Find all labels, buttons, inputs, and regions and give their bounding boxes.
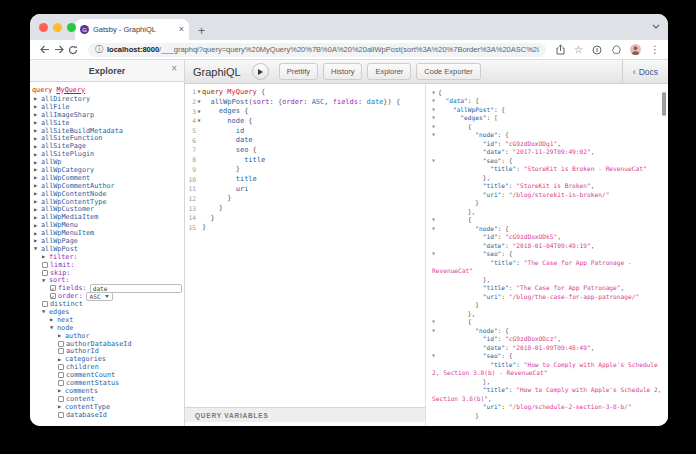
expand-icon[interactable]: ▶ bbox=[58, 388, 65, 393]
explorer-item-allWpContentType[interactable]: ▶allWpContentType bbox=[32, 198, 184, 206]
explorer-item-authorDatabaseId[interactable]: authorDatabaseId bbox=[32, 340, 184, 348]
profile-avatar[interactable] bbox=[630, 44, 641, 55]
explorer-item-distinct[interactable]: distinct bbox=[32, 300, 184, 308]
expand-icon[interactable]: ▶ bbox=[34, 238, 41, 243]
execute-query-button[interactable] bbox=[252, 63, 269, 80]
bookmark-star-icon[interactable]: ☆ bbox=[574, 45, 583, 55]
share-icon[interactable] bbox=[556, 44, 565, 55]
extensions-puzzle-icon[interactable] bbox=[611, 45, 621, 55]
collapse-icon[interactable]: ▼ bbox=[50, 325, 57, 330]
new-tab-button[interactable]: + bbox=[198, 25, 205, 37]
explorer-query-row[interactable]: query MyQuery bbox=[32, 85, 184, 94]
expand-icon[interactable]: ▶ bbox=[34, 183, 41, 188]
explorer-item-allWpCategory[interactable]: ▶allWpCategory bbox=[32, 166, 184, 174]
explorer-item-allWpCommentAuthor[interactable]: ▶allWpCommentAuthor bbox=[32, 182, 184, 190]
explorer-item-categories[interactable]: ▶categories bbox=[32, 355, 184, 363]
checkbox-unchecked[interactable] bbox=[42, 270, 48, 276]
expand-icon[interactable]: ▶ bbox=[34, 231, 41, 236]
browser-tab[interactable]: G Gatsby - GraphiQL × bbox=[75, 19, 189, 40]
tab-close-icon[interactable]: × bbox=[179, 25, 184, 34]
expand-icon[interactable]: ▶ bbox=[34, 96, 41, 101]
checkbox-unchecked[interactable] bbox=[58, 412, 64, 418]
explorer-item-allWpComment[interactable]: ▶allWpComment bbox=[32, 174, 184, 182]
toolbar-button-explorer[interactable]: Explorer bbox=[367, 63, 411, 80]
checkbox-checked[interactable] bbox=[50, 285, 56, 291]
checkbox-unchecked[interactable] bbox=[42, 262, 48, 268]
minimize-window-button[interactable] bbox=[53, 23, 62, 32]
expand-icon[interactable]: ▶ bbox=[34, 160, 41, 165]
checkbox-unchecked[interactable] bbox=[58, 341, 64, 347]
zoom-window-button[interactable] bbox=[67, 23, 76, 32]
expand-icon[interactable]: ▶ bbox=[42, 254, 49, 259]
expand-icon[interactable]: ▶ bbox=[34, 112, 41, 117]
explorer-tree[interactable]: query MyQuery ▶allDirectory▶allFile▶allI… bbox=[30, 82, 184, 426]
explorer-item-allWpContentNode[interactable]: ▶allWpContentNode bbox=[32, 190, 184, 198]
explorer-item-skip[interactable]: skip: bbox=[32, 269, 184, 277]
explorer-item-allWpCustomer[interactable]: ▶allWpCustomer bbox=[32, 205, 184, 213]
explorer-item-comments[interactable]: ▶comments bbox=[32, 387, 184, 395]
explorer-item-allDirectory[interactable]: ▶allDirectory bbox=[32, 95, 184, 103]
page-info-icon[interactable]: ⓘ bbox=[95, 44, 103, 55]
explorer-item-allSite[interactable]: ▶allSite bbox=[32, 119, 184, 127]
explorer-item-allSitePage[interactable]: ▶allSitePage bbox=[32, 142, 184, 150]
checkbox-unchecked[interactable] bbox=[58, 348, 64, 354]
expand-icon[interactable]: ▶ bbox=[34, 207, 41, 212]
close-window-button[interactable] bbox=[39, 23, 48, 32]
explorer-item-allWpPage[interactable]: ▶allWpPage bbox=[32, 237, 184, 245]
chrome-menu-icon[interactable]: ⋮ bbox=[650, 45, 660, 55]
sort-order-select[interactable]: ASC bbox=[86, 292, 113, 301]
expand-icon[interactable]: ▶ bbox=[34, 167, 41, 172]
explorer-item-authorId[interactable]: authorId bbox=[32, 348, 184, 356]
explorer-item-node[interactable]: ▼node bbox=[32, 324, 184, 332]
collapse-icon[interactable]: ▼ bbox=[42, 309, 49, 314]
explorer-item-content[interactable]: content bbox=[32, 395, 184, 403]
expand-icon[interactable]: ▶ bbox=[34, 215, 41, 220]
expand-icon[interactable]: ▶ bbox=[34, 128, 41, 133]
expand-icon[interactable]: ▶ bbox=[58, 333, 65, 338]
checkbox-unchecked[interactable] bbox=[58, 396, 64, 402]
explorer-item-allWpPost[interactable]: ▼allWpPost bbox=[32, 245, 184, 253]
explorer-item-author[interactable]: ▶author bbox=[32, 332, 184, 340]
explorer-item-contentType[interactable]: ▶contentType bbox=[32, 403, 184, 411]
checkbox-unchecked[interactable] bbox=[58, 372, 64, 378]
explorer-item-allSiteBuildMetadata[interactable]: ▶allSiteBuildMetadata bbox=[32, 127, 184, 135]
checkbox-unchecked[interactable] bbox=[58, 380, 64, 386]
expand-icon[interactable]: ▶ bbox=[34, 144, 41, 149]
explorer-item-allWpMenuItem[interactable]: ▶allWpMenuItem bbox=[32, 229, 184, 237]
explorer-item-order[interactable]: order:ASC bbox=[32, 292, 184, 300]
explorer-item-filter[interactable]: ▶filter: bbox=[32, 253, 184, 261]
address-bar[interactable]: ⓘ localhost:8000/___graphql?query=query%… bbox=[88, 43, 546, 57]
explorer-item-databaseId[interactable]: databaseId bbox=[32, 411, 184, 419]
explorer-item-commentStatus[interactable]: commentStatus bbox=[32, 379, 184, 387]
expand-icon[interactable]: ▶ bbox=[34, 136, 41, 141]
expand-icon[interactable]: ▶ bbox=[58, 357, 65, 362]
explorer-item-allWpMediaItem[interactable]: ▶allWpMediaItem bbox=[32, 213, 184, 221]
collapse-icon[interactable]: ▼ bbox=[34, 246, 41, 251]
explorer-item-next[interactable]: ▶next bbox=[32, 316, 184, 324]
checkbox-unchecked[interactable] bbox=[42, 301, 48, 307]
expand-icon[interactable]: ▶ bbox=[34, 120, 41, 125]
explorer-item-children[interactable]: children bbox=[32, 363, 184, 371]
explorer-item-allWpMenu[interactable]: ▶allWpMenu bbox=[32, 221, 184, 229]
explorer-item-edges[interactable]: ▼edges bbox=[32, 308, 184, 316]
collapse-icon[interactable]: ▼ bbox=[42, 278, 49, 283]
expand-icon[interactable]: ▶ bbox=[34, 152, 41, 157]
checkbox-checked[interactable] bbox=[50, 293, 56, 299]
query-name[interactable]: MyQuery bbox=[56, 86, 85, 94]
explorer-item-allFile[interactable]: ▶allFile bbox=[32, 103, 184, 111]
forward-icon[interactable] bbox=[52, 45, 66, 54]
checkbox-unchecked[interactable] bbox=[58, 364, 64, 370]
tab-strip-chevron-icon[interactable] bbox=[652, 24, 660, 29]
docs-link[interactable]: ‹ Docs bbox=[622, 60, 668, 83]
toolbar-button-code-exporter[interactable]: Code Exporter bbox=[416, 63, 480, 80]
explorer-close-icon[interactable]: × bbox=[171, 64, 177, 74]
explorer-item-limit[interactable]: limit: bbox=[32, 261, 184, 269]
expand-icon[interactable]: ▶ bbox=[34, 191, 41, 196]
back-icon[interactable] bbox=[38, 45, 52, 54]
expand-icon[interactable]: ▶ bbox=[34, 223, 41, 228]
results-scrollbar-thumb[interactable] bbox=[662, 92, 666, 116]
expand-icon[interactable]: ▶ bbox=[34, 175, 41, 180]
toolbar-button-prettify[interactable]: Prettify bbox=[279, 63, 318, 80]
toolbar-button-history[interactable]: History bbox=[323, 63, 362, 80]
expand-icon[interactable]: ▶ bbox=[34, 199, 41, 204]
